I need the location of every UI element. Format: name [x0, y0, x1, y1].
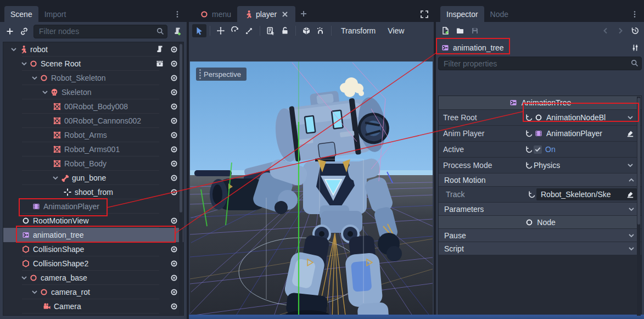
eye-icon[interactable]	[169, 145, 179, 154]
eye-icon[interactable]	[169, 302, 179, 311]
filter-properties-input[interactable]	[438, 57, 642, 70]
assign-icon[interactable]	[625, 190, 635, 199]
tree-node-Scene Root[interactable]: Scene Root	[3, 57, 183, 71]
eye-icon[interactable]	[169, 45, 179, 54]
eye-icon[interactable]	[169, 159, 179, 168]
dock-menu-dots-icon[interactable]	[172, 10, 182, 19]
history-back-icon[interactable]	[601, 26, 610, 35]
section-Pause[interactable]: Pause	[439, 229, 641, 242]
chevron-down-icon[interactable]	[626, 205, 636, 214]
tree-node-00Robot_Cannons002[interactable]: 00Robot_Cannons002	[3, 114, 183, 128]
tree-node-gun_bone[interactable]: gun_bone	[3, 171, 183, 185]
tree-node-Skeleton[interactable]: Skeleton	[3, 85, 183, 99]
tree-node-Robot_Skeleton[interactable]: Robot_Skeleton	[3, 71, 183, 85]
eye-icon[interactable]	[169, 259, 179, 268]
tree-node-camera_rot[interactable]: camera_rot	[3, 285, 183, 299]
eye-icon[interactable]	[169, 74, 179, 82]
extra-tools-icon[interactable]	[630, 43, 640, 52]
expand-viewport-icon[interactable]	[419, 10, 429, 19]
instance-scene-button[interactable]	[19, 27, 29, 36]
expand-arrow-icon[interactable]	[19, 59, 29, 68]
revert-value-icon[interactable]	[527, 190, 536, 199]
scene-tab-menu[interactable]: menu	[193, 6, 237, 22]
eye-icon[interactable]	[169, 216, 179, 225]
perspective-button[interactable]: Perspective	[196, 68, 247, 81]
chevron-down-icon[interactable]	[626, 244, 636, 253]
unlock-button[interactable]	[278, 24, 292, 37]
new-scene-tab-button[interactable]	[299, 9, 308, 18]
list-select-tool-button[interactable]	[264, 24, 278, 37]
inspector-scrollbar[interactable]	[637, 97, 641, 316]
eye-icon[interactable]	[169, 131, 179, 139]
tab-inspector[interactable]: Inspector	[440, 6, 484, 22]
object-history-icon[interactable]	[630, 26, 640, 35]
expand-arrow-icon[interactable]	[19, 273, 29, 282]
tab-scene[interactable]: Scene	[4, 6, 38, 22]
expand-arrow-icon[interactable]	[40, 88, 49, 97]
property-value-area[interactable]: Physics	[534, 161, 624, 170]
expand-arrow-icon[interactable]	[30, 288, 39, 296]
tree-node-CollisionShape[interactable]: CollisionShape	[3, 242, 183, 256]
tree-scrollbar[interactable]	[179, 43, 183, 315]
tree-node-camera_base[interactable]: camera_base	[3, 271, 183, 285]
tree-node-Robot_Arms001[interactable]: Robot_Arms001	[3, 142, 183, 156]
new-resource-button[interactable]	[440, 26, 450, 35]
chevron-down-icon[interactable]	[626, 113, 635, 122]
section-Root Motion[interactable]: Root Motion	[439, 174, 641, 187]
tab-node[interactable]: Node	[484, 6, 514, 22]
scale-tool-button[interactable]	[242, 24, 256, 37]
eye-icon[interactable]	[169, 88, 179, 97]
transform-menu[interactable]: Transform	[335, 26, 382, 35]
expand-arrow-icon[interactable]	[30, 74, 39, 82]
eye-icon[interactable]	[169, 188, 179, 197]
group-button[interactable]	[299, 24, 313, 37]
eye-icon[interactable]	[169, 273, 179, 282]
select-tool-button[interactable]	[192, 24, 206, 37]
load-resource-button[interactable]	[455, 26, 464, 35]
history-forward-icon[interactable]	[615, 26, 625, 35]
assign-icon[interactable]	[626, 129, 635, 138]
property-value-area[interactable]: AnimationPlayer	[534, 129, 624, 138]
tree-node-00Robot_Body008[interactable]: 00Robot_Body008	[3, 99, 183, 114]
tree-node-RootMotionView[interactable]: RootMotionView	[3, 214, 183, 228]
close-tab-icon[interactable]	[280, 10, 289, 19]
tab-import[interactable]: Import	[38, 6, 72, 22]
eye-icon[interactable]	[169, 102, 179, 111]
tree-node-robot[interactable]: robot	[3, 42, 183, 57]
property-value-area[interactable]: AnimationNodeBl	[534, 113, 624, 122]
3d-viewport[interactable]: Perspective	[190, 61, 433, 315]
section-Script[interactable]: Script	[439, 242, 641, 255]
tree-node-shoot_from[interactable]: shoot_from	[3, 185, 183, 199]
checkbox-icon[interactable]	[534, 145, 542, 154]
expand-arrow-icon[interactable]	[51, 174, 60, 182]
chevron-up-icon[interactable]	[626, 176, 636, 184]
move-tool-button[interactable]	[214, 24, 228, 37]
save-resource-button[interactable]	[470, 26, 479, 35]
snap-toggle-button[interactable]	[313, 24, 328, 37]
property-value-field[interactable]: Robot_Skeleton/Ske	[536, 188, 637, 200]
filter-nodes-input[interactable]	[33, 25, 167, 38]
dock-menu-dots-icon[interactable]	[630, 10, 639, 19]
section-Parameters[interactable]: Parameters	[439, 203, 641, 216]
eye-icon[interactable]	[169, 116, 179, 125]
chevron-down-icon[interactable]	[626, 231, 636, 240]
tree-node-Robot_Body[interactable]: Robot_Body	[3, 156, 183, 171]
rotate-tool-button[interactable]	[228, 24, 242, 37]
eye-icon[interactable]	[169, 59, 179, 68]
view-menu[interactable]: View	[382, 26, 410, 35]
revert-value-icon[interactable]	[524, 161, 534, 170]
tree-node-Camera[interactable]: Camera	[3, 299, 183, 314]
eye-icon[interactable]	[169, 288, 179, 296]
tree-node-Robot_Arms[interactable]: Robot_Arms	[3, 128, 183, 142]
revert-value-icon[interactable]	[524, 113, 534, 122]
add-node-button[interactable]	[5, 27, 14, 36]
revert-value-icon[interactable]	[524, 145, 534, 154]
chevron-down-icon[interactable]	[626, 161, 635, 170]
tree-node-CollisionShape2[interactable]: CollisionShape2	[3, 256, 183, 271]
revert-value-icon[interactable]	[524, 129, 534, 138]
tree-node-AnimationPlayer[interactable]: AnimationPlayer	[3, 199, 183, 214]
tree-node-animation_tree[interactable]: animation_tree	[3, 228, 183, 242]
scene-tab-player[interactable]: player	[237, 6, 295, 22]
attach-script-button[interactable]	[172, 27, 182, 36]
eye-icon[interactable]	[169, 174, 179, 182]
